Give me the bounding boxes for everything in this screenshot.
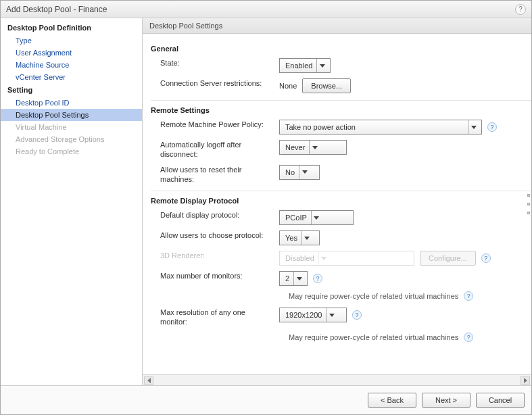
renderer-value: Disabled bbox=[285, 254, 314, 262]
maxres-hint: May require power-cycle of related virtu… bbox=[289, 333, 458, 341]
chevron-down-icon bbox=[326, 308, 337, 322]
sidebar-heading-definition: Desktop Pool Definition bbox=[1, 21, 142, 34]
scroll-right-icon[interactable] bbox=[521, 376, 530, 385]
state-dropdown[interactable]: Enabled bbox=[279, 58, 331, 73]
sidebar-item-machine-source[interactable]: Machine Source bbox=[1, 59, 142, 71]
section-remote-display: Remote Display Protocol bbox=[151, 193, 531, 208]
monitors-hint: May require power-cycle of related virtu… bbox=[289, 292, 458, 300]
help-icon[interactable]: ? bbox=[487, 122, 497, 132]
maxres-hint-row: May require power-cycle of related virtu… bbox=[151, 330, 531, 346]
browse-button[interactable]: Browse... bbox=[302, 78, 351, 93]
chevron-down-icon bbox=[299, 166, 310, 179]
chevron-down-icon bbox=[316, 59, 327, 72]
sidebar-item-ready-complete: Ready to Complete bbox=[1, 145, 142, 157]
monitors-hint-row: May require power-cycle of related virtu… bbox=[151, 289, 531, 305]
cancel-button[interactable]: Cancel bbox=[476, 393, 525, 408]
chevron-down-icon bbox=[318, 251, 329, 265]
restrictions-label: Connection Server restrictions: bbox=[151, 78, 279, 88]
default-proto-dropdown[interactable]: PCoIP bbox=[279, 210, 354, 225]
auto-logoff-label: Automatically logoff after disconnect: bbox=[151, 140, 279, 160]
renderer-dropdown: Disabled bbox=[279, 251, 414, 266]
help-icon[interactable]: ? bbox=[313, 274, 322, 283]
wizard-sidebar: Desktop Pool Definition Type User Assign… bbox=[1, 18, 143, 385]
chevron-down-icon bbox=[301, 231, 312, 245]
state-label: State: bbox=[151, 58, 279, 68]
max-monitors-label: Max number of monitors: bbox=[151, 271, 279, 280]
titlebar: Add Desktop Pool - Finance ? bbox=[1, 1, 531, 18]
auto-logoff-value: Never bbox=[285, 143, 305, 151]
sidebar-item-pool-id[interactable]: Desktop Pool ID bbox=[1, 97, 142, 109]
dialog-footer: < Back Next > Cancel bbox=[1, 385, 531, 414]
allow-reset-label: Allow users to reset their machines: bbox=[151, 165, 279, 185]
sidebar-item-user-assignment[interactable]: User Assignment bbox=[1, 47, 142, 59]
default-proto-label: Default display protocol: bbox=[151, 210, 279, 220]
help-icon[interactable]: ? bbox=[352, 310, 362, 320]
max-res-label: Max resolution of any one monitor: bbox=[151, 308, 279, 327]
chevron-down-icon bbox=[311, 211, 322, 224]
default-proto-value: PCoIP bbox=[285, 214, 307, 222]
section-general: General bbox=[151, 41, 531, 55]
panel-title: Desktop Pool Settings bbox=[143, 18, 531, 34]
chevron-down-icon bbox=[309, 141, 320, 154]
help-icon[interactable]: ? bbox=[515, 4, 526, 15]
power-policy-dropdown[interactable]: Take no power action bbox=[279, 120, 482, 135]
back-button[interactable]: < Back bbox=[368, 393, 416, 408]
next-button[interactable]: Next > bbox=[422, 393, 470, 408]
window-title: Add Desktop Pool - Finance bbox=[6, 5, 107, 14]
sidebar-item-pool-settings[interactable]: Desktop Pool Settings bbox=[1, 109, 142, 121]
max-monitors-value: 2 bbox=[285, 274, 289, 283]
max-res-value: 1920x1200 bbox=[285, 311, 322, 319]
choose-proto-dropdown[interactable]: Yes bbox=[279, 230, 320, 245]
section-remote-settings: Remote Settings bbox=[151, 102, 531, 117]
chevron-down-icon bbox=[293, 272, 304, 285]
sidebar-heading-setting: Setting bbox=[1, 83, 142, 97]
sidebar-item-vcenter-server[interactable]: vCenter Server bbox=[1, 71, 142, 83]
auto-logoff-dropdown[interactable]: Never bbox=[279, 140, 347, 155]
sidebar-item-type[interactable]: Type bbox=[1, 34, 142, 47]
power-policy-label: Remote Machine Power Policy: bbox=[151, 120, 279, 129]
state-value: Enabled bbox=[285, 62, 312, 70]
settings-content: General State: Enabled Connection Server… bbox=[143, 34, 531, 374]
sidebar-item-virtual-machine: Virtual Machine bbox=[1, 121, 142, 133]
configure-button: Configure... bbox=[420, 251, 476, 266]
renderer-label: 3D Renderer: bbox=[151, 251, 279, 260]
divider bbox=[151, 100, 531, 101]
sidebar-item-adv-storage: Advanced Storage Options bbox=[1, 133, 142, 145]
chevron-down-icon bbox=[468, 120, 479, 134]
dialog-window: Add Desktop Pool - Finance ? Desktop Poo… bbox=[0, 0, 532, 415]
power-policy-value: Take no power action bbox=[285, 123, 356, 131]
help-icon[interactable]: ? bbox=[464, 291, 473, 301]
choose-proto-value: Yes bbox=[285, 234, 297, 242]
dialog-body: Desktop Pool Definition Type User Assign… bbox=[1, 18, 531, 385]
allow-reset-dropdown[interactable]: No bbox=[279, 165, 320, 180]
resize-grip[interactable] bbox=[527, 194, 531, 214]
max-monitors-dropdown[interactable]: 2 bbox=[279, 271, 308, 286]
allow-reset-value: No bbox=[285, 168, 295, 176]
restrictions-value: None bbox=[279, 82, 297, 90]
help-icon[interactable]: ? bbox=[464, 333, 473, 342]
help-icon[interactable]: ? bbox=[481, 253, 491, 263]
max-res-dropdown[interactable]: 1920x1200 bbox=[279, 308, 347, 322]
main-panel: Desktop Pool Settings General State: Ena… bbox=[143, 18, 531, 385]
horizontal-scrollbar[interactable] bbox=[143, 374, 531, 385]
scroll-left-icon[interactable] bbox=[144, 376, 153, 385]
divider bbox=[151, 191, 531, 191]
choose-proto-label: Allow users to choose protocol: bbox=[151, 230, 279, 240]
